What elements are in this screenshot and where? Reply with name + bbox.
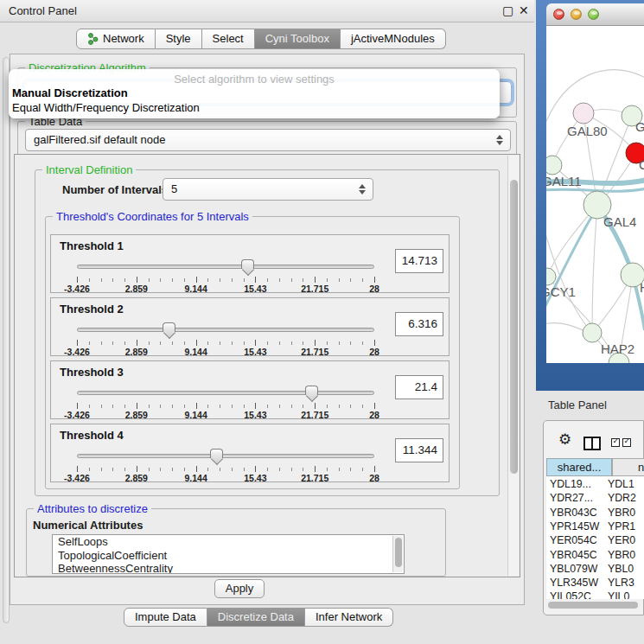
threshold-1-value-input[interactable]: 14.713	[395, 249, 443, 273]
table-row[interactable]: YIL052CYIL0	[546, 590, 644, 599]
tab-cyni-toolbox[interactable]: Cyni Toolbox	[255, 29, 341, 49]
zoom-traffic-light[interactable]	[588, 9, 599, 20]
close-traffic-light[interactable]	[553, 9, 564, 20]
slider-ticks	[77, 339, 374, 346]
list-item[interactable]: BetweennessCentrality	[53, 562, 404, 574]
threshold-4-value-input[interactable]: 11.344	[395, 438, 443, 462]
scrollbar-thumb[interactable]	[548, 602, 638, 609]
threshold-2-value-input[interactable]: 6.316	[395, 312, 443, 336]
gear-icon[interactable]: ⚙	[558, 432, 571, 447]
slider-track[interactable]	[77, 328, 374, 332]
tab-discretize-data[interactable]: Discretize Data	[207, 608, 305, 627]
slider-thumb[interactable]	[305, 386, 318, 395]
tab-network[interactable]: Network	[76, 29, 156, 49]
table-data-combobox[interactable]: galFiltered.sif default node	[25, 129, 511, 151]
cell: YPR1	[608, 520, 635, 532]
tab-style[interactable]: Style	[156, 29, 202, 49]
slider-tick-labels: -3.4262.8599.14415.4321.71528	[77, 284, 374, 294]
cell: YPR145W	[550, 520, 599, 532]
threshold-2-slider[interactable]: -3.4262.8599.14415.4321.71528	[77, 321, 374, 355]
split-columns-icon[interactable]	[583, 437, 601, 450]
tab-jactivemnodules[interactable]: jActiveMNodules	[341, 29, 446, 49]
table-row[interactable]: YBR045CYBR0	[546, 549, 644, 563]
cell: YBR045C	[550, 549, 597, 561]
slider-ticks	[77, 402, 374, 409]
threshold-1-slider[interactable]: -3.4262.8599.14415.4321.71528	[77, 258, 374, 292]
scrollbar-thumb[interactable]	[395, 538, 402, 567]
network-view-window: GAL80 G C GAL11 GAL4 GCY1 H HAP2	[536, 0, 644, 391]
table-row[interactable]: YBR043CYBR0	[546, 507, 644, 520]
list-scrollbar[interactable]	[392, 536, 403, 572]
tab-network-label: Network	[103, 29, 144, 48]
scrollbar-thumb[interactable]	[510, 180, 518, 474]
slider-track[interactable]	[77, 391, 374, 395]
node-label: C	[639, 157, 644, 172]
slider-ticks	[77, 276, 374, 283]
table-row[interactable]: YDL19...YDL1	[546, 478, 644, 492]
node-label: H	[640, 280, 644, 295]
cell: YER0	[608, 534, 635, 546]
threshold-3-value-input[interactable]: 21.4	[395, 375, 443, 399]
float-window-icon[interactable]: ▢	[502, 3, 513, 17]
table-row[interactable]: YBL079WYBL0	[546, 563, 644, 577]
control-panel-titlebar: Control Panel ▢ ✕	[0, 0, 534, 22]
popup-prompt: Select algorithm to view settings	[9, 69, 500, 86]
popup-item-equal-width[interactable]: Equal Width/Frequency Discretization	[9, 100, 500, 115]
apply-button[interactable]: Apply	[214, 579, 265, 598]
cyni-bottom-tabs: Impute Data Discretize Data Infer Networ…	[124, 608, 393, 627]
table-row[interactable]: YDR27...YDR2	[546, 492, 644, 506]
checkbox-icon[interactable]	[622, 438, 631, 447]
network-window-titlebar[interactable]	[546, 3, 644, 26]
tab-infer-network-label: Infer Network	[316, 609, 382, 626]
tab-style-label: Style	[166, 29, 191, 48]
tab-impute-data[interactable]: Impute Data	[124, 608, 207, 627]
network-canvas[interactable]: GAL80 G C GAL11 GAL4 GCY1 H HAP2	[546, 26, 644, 363]
number-of-intervals-combobox[interactable]: 5	[163, 178, 373, 201]
table-row[interactable]: YER054CYER0	[546, 534, 644, 548]
tab-discretize-data-label: Discretize Data	[218, 609, 294, 626]
tab-select[interactable]: Select	[202, 29, 255, 49]
slider-thumb[interactable]	[163, 322, 175, 332]
cell: YBR043C	[550, 507, 597, 519]
node-label: GAL4	[603, 214, 636, 229]
slider-thumb[interactable]	[241, 259, 254, 269]
list-item[interactable]: TopologicalCoefficient	[53, 549, 404, 563]
table-row[interactable]: YPR145WYPR1	[546, 520, 644, 534]
tab-infer-network[interactable]: Infer Network	[305, 608, 393, 627]
threshold-3-slider[interactable]: -3.4262.8599.14415.4321.71528	[77, 384, 374, 418]
node-gcy1[interactable]	[546, 268, 556, 285]
node-gal80[interactable]	[573, 103, 594, 124]
slider-track[interactable]	[77, 454, 374, 458]
node-label: G	[635, 119, 644, 134]
numerical-attributes-list[interactable]: SelfLoops TopologicalCoefficient Between…	[52, 534, 405, 574]
horizontal-scrollbar[interactable]	[547, 601, 642, 609]
cell: YDR2	[608, 492, 636, 504]
node-label: GCY1	[546, 284, 576, 299]
minimize-traffic-light[interactable]	[571, 9, 582, 20]
threshold-1-panel: Threshold 1 -3.4262.8599.14415.4321.7152…	[50, 234, 450, 293]
cell: YDR27...	[550, 492, 593, 504]
column-header-shared-name[interactable]: shared...	[546, 458, 612, 476]
algorithm-dropdown-popup: Select algorithm to view settings Manual…	[9, 69, 500, 118]
cell: YBR0	[608, 549, 635, 561]
node-hap2[interactable]	[583, 323, 602, 342]
node-attribute-table[interactable]: shared... name YDL19...YDL1 YDR27...YDR2…	[546, 458, 644, 599]
cell: YLR345W	[550, 577, 598, 589]
cell: YLR3	[608, 577, 634, 589]
slider-tick-labels: -3.4262.8599.14415.4321.71528	[77, 347, 374, 357]
node-gal11[interactable]	[546, 156, 562, 175]
list-item[interactable]: SelfLoops	[53, 535, 404, 549]
checkbox-icon[interactable]	[611, 438, 620, 447]
table-row[interactable]: YLR345WYLR3	[546, 577, 644, 590]
cell: YER054C	[550, 534, 597, 546]
threshold-4-slider[interactable]: -3.4262.8599.14415.4321.71528	[77, 447, 374, 481]
column-header-name[interactable]: name	[612, 458, 644, 476]
popup-item-manual-discretization[interactable]: Manual Discretization	[9, 86, 500, 100]
close-icon[interactable]: ✕	[519, 3, 529, 17]
vertical-scrollbar[interactable]	[507, 156, 519, 576]
slider-track[interactable]	[77, 265, 374, 269]
table-data-group: Table Data galFiltered.sif default node	[17, 121, 517, 157]
node-label: GAL80	[567, 124, 608, 138]
spinner-arrows-icon	[359, 183, 366, 195]
slider-thumb[interactable]	[210, 449, 223, 458]
